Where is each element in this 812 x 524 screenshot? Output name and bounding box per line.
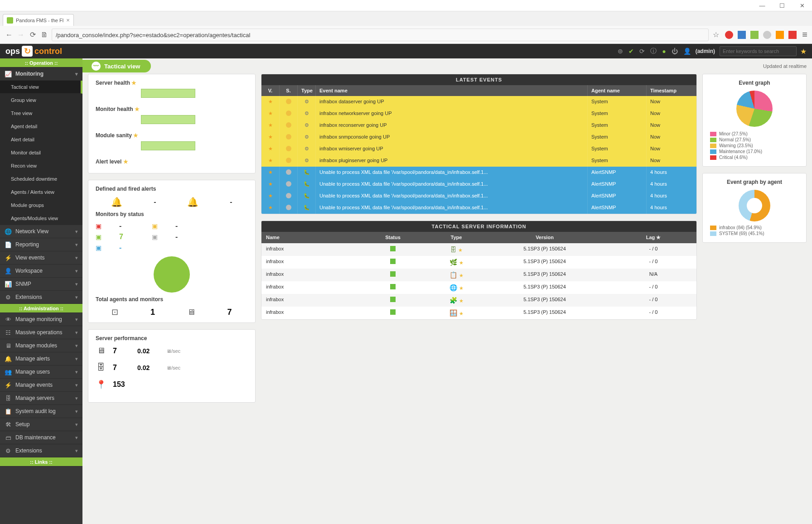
sidebar-item[interactable]: ⚡Manage events▾ (0, 379, 82, 392)
event-row[interactable]: ★⚙infrabox snmpconsole going UPSystemNow (261, 131, 696, 143)
chevron-down-icon: ▾ (75, 395, 78, 401)
validate-star-icon[interactable]: ★ (268, 205, 273, 210)
sidebar-item-icon: 👤 (5, 268, 12, 274)
sidebar-sub-item[interactable]: Alert detail (0, 133, 82, 146)
status-warning-icon: ▣ (152, 222, 170, 230)
current-user[interactable]: (admin) (696, 48, 715, 54)
user-icon[interactable]: 👤 (683, 48, 691, 55)
sidebar-item[interactable]: ⚡View events▾ (0, 251, 82, 264)
validate-star-icon[interactable]: ★ (268, 99, 273, 104)
server-row[interactable]: infrabox🗄★5.1SP3 (P) 150624- / 0 (261, 243, 696, 256)
check-icon[interactable]: ✔ (628, 48, 634, 55)
sidebar-item[interactable]: 🗄Manage servers▾ (0, 392, 82, 405)
validate-star-icon[interactable]: ★ (268, 146, 273, 151)
ext-4-icon[interactable] (763, 31, 771, 39)
sidebar-item[interactable]: 📋System audit log▾ (0, 405, 82, 418)
status-normal-icon: ▣ (96, 233, 114, 240)
sidebar-sub-item[interactable]: Recon view (0, 159, 82, 173)
help-icon[interactable]: ⊚ (618, 48, 623, 55)
sidebar-sub-item[interactable]: Group view (0, 94, 82, 107)
validate-star-icon[interactable]: ★ (268, 158, 273, 163)
ext-3-icon[interactable] (750, 31, 759, 39)
perf-row: 🖥70.02🖥/sec (96, 346, 248, 356)
event-row[interactable]: ★⚙infrabox wmiserver going UPSystemNow (261, 143, 696, 155)
window-close-icon[interactable]: ✕ (792, 0, 812, 11)
sidebar-sub-item[interactable]: Scheduled downtime (0, 173, 82, 186)
sidebar-item[interactable]: 🖥Manage modules▾ (0, 339, 82, 352)
sidebar-item[interactable]: 📊SNMP▾ (0, 278, 82, 291)
sidebar-sub-item[interactable]: Agent detail (0, 120, 82, 133)
reload-icon[interactable]: ⟳ (28, 30, 37, 39)
sidebar-sub-item[interactable]: Monitor detail (0, 146, 82, 159)
sidebar-item[interactable]: 👥Manage users▾ (0, 365, 82, 379)
event-row[interactable]: ★🐛Unable to process XML data file '/var/… (261, 167, 696, 178)
event-row[interactable]: ★🐛Unable to process XML data file '/var/… (261, 178, 696, 190)
brand[interactable]: ops ↻ control (5, 46, 62, 57)
window-max-icon[interactable]: ☐ (772, 0, 792, 11)
validate-star-icon[interactable]: ★ (268, 134, 273, 139)
server-row[interactable]: infrabox📋★5.1SP3 (P) 150624N/A (261, 269, 696, 281)
page-title-badge: 〰 Tactical view (82, 60, 151, 72)
sidebar-sub-item[interactable]: Agents / Alerts view (0, 186, 82, 199)
event-row[interactable]: ★⚙infrabox dataserver going UPSystemNow (261, 96, 696, 108)
server-row[interactable]: infrabox🌿★5.1SP3 (P) 150624- / 0 (261, 256, 696, 269)
tab-close-icon[interactable]: × (66, 17, 70, 24)
sidebar-item[interactable]: ☷Massive operations▾ (0, 326, 82, 339)
ext-adblock-icon[interactable] (725, 31, 733, 39)
sidebar-item[interactable]: 📄Reporting▾ (0, 238, 82, 251)
sidebar-sub-item[interactable]: Tree view (0, 107, 82, 120)
sidebar-sub-item[interactable]: Module groups (0, 199, 82, 212)
bookmark-star-icon[interactable]: ☆ (711, 30, 720, 39)
perf-row: 📍153 (96, 380, 248, 389)
ext-5-icon[interactable] (776, 31, 784, 39)
worm-icon: 🐛 (304, 181, 310, 187)
sidebar-sub-item[interactable]: Tactical view (0, 81, 82, 94)
info-icon[interactable]: ⓘ (650, 47, 657, 55)
forward-icon[interactable]: → (16, 30, 25, 39)
monitors-pie-chart (154, 256, 190, 293)
server-row[interactable]: infrabox🌐★5.1SP3 (P) 150624- / 0 (261, 281, 696, 294)
sidebar-item[interactable]: ⚙Extensions▾ (0, 444, 82, 457)
search-input[interactable] (720, 46, 797, 56)
ext-6-icon[interactable] (788, 31, 797, 39)
event-row[interactable]: ★⚙infrabox networkserver going UPSystemN… (261, 108, 696, 120)
sidebar-item[interactable]: 🔔Manage alerts▾ (0, 352, 82, 365)
sidebar-item[interactable]: 🗃DB maintenance▾ (0, 431, 82, 444)
master-star-icon: ★ (459, 285, 464, 291)
power-icon[interactable]: ⏻ (672, 48, 678, 55)
window-min-icon[interactable]: — (752, 0, 772, 11)
legend-swatch-icon (710, 149, 716, 154)
sidebar-item[interactable]: ⚙Extensions▾ (0, 291, 82, 304)
server-row[interactable]: infrabox🧩★5.1SP3 (P) 150624- / 0 (261, 294, 696, 307)
sidebar-item[interactable]: 🛠Setup▾ (0, 418, 82, 431)
url-field[interactable]: /pandora_console/index.php?sec=estado&se… (52, 29, 709, 41)
validate-star-icon[interactable]: ★ (268, 181, 273, 187)
validate-star-icon[interactable]: ★ (268, 122, 273, 128)
sidebar-item[interactable]: 🌐Network View▾ (0, 225, 82, 238)
window-controls: — ☐ ✕ (0, 0, 812, 11)
status-critical-icon: ▣ (96, 222, 114, 230)
ext-2-icon[interactable] (738, 31, 746, 39)
sidebar-item-monitoring[interactable]: 📈 Monitoring ▾ (0, 67, 82, 81)
validate-star-icon[interactable]: ★ (268, 169, 273, 175)
validate-star-icon[interactable]: ★ (268, 111, 273, 116)
browser-tab[interactable]: Pandora FMS - the Fl × (3, 14, 74, 26)
status-icon[interactable]: ● (662, 48, 666, 55)
server-row[interactable]: infrabox🪟★5.1SP3 (P) 150624- / 0 (261, 307, 696, 319)
event-row[interactable]: ★⚙infrabox pluginserver going UPSystemNo… (261, 155, 696, 167)
validate-star-icon[interactable]: ★ (268, 193, 273, 198)
event-row[interactable]: ★🐛Unable to process XML data file '/var/… (261, 202, 696, 214)
server-info-header: Name Status Type Version Lag ★ (261, 232, 696, 243)
event-row[interactable]: ★⚙infrabox reconserver going UPSystemNow (261, 120, 696, 131)
event-row[interactable]: ★🐛Unable to process XML data file '/var/… (261, 190, 696, 202)
sidebar-item[interactable]: 👤Workspace▾ (0, 264, 82, 278)
fav-star-icon[interactable]: ★ (800, 47, 807, 56)
gear-icon: ⚙ (304, 158, 309, 163)
sidebar-item[interactable]: 👁Manage monitoring▾ (0, 313, 82, 326)
back-icon[interactable]: ← (5, 30, 14, 39)
sidebar-sub-item[interactable]: Agents/Modules view (0, 212, 82, 225)
chevron-down-icon: ▾ (75, 281, 78, 287)
refresh-icon[interactable]: ⟳ (639, 48, 645, 55)
chrome-menu-icon[interactable]: ≡ (802, 29, 807, 40)
gear-icon: ⚙ (304, 122, 309, 128)
